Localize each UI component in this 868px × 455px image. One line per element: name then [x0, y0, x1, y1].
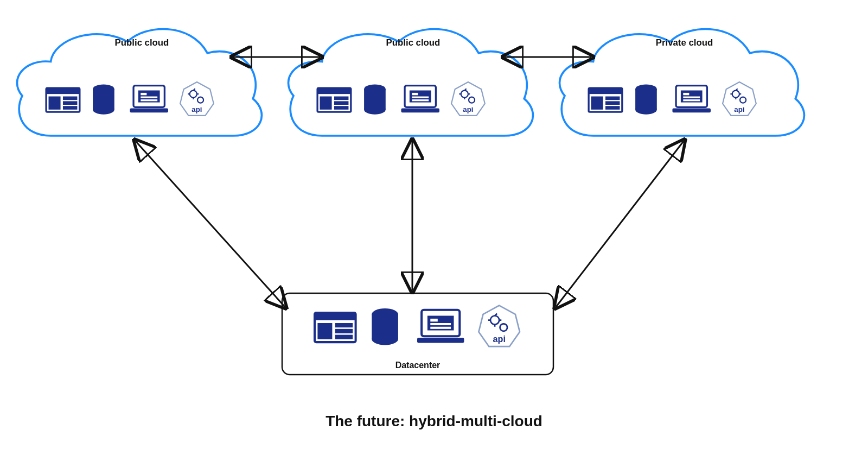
cloud-private: Private cloud — [559, 29, 804, 136]
cloud-public-2: Public cloud — [288, 29, 533, 136]
diagram-caption: The future: hybrid-multi-cloud — [0, 413, 868, 430]
cloud-label: Private cloud — [656, 37, 713, 48]
cloud-public-1: Public cloud — [17, 29, 261, 136]
cloud-label: Public cloud — [115, 37, 169, 48]
datacenter: Datacenter — [282, 293, 553, 375]
arrow-cloud1-dc — [136, 141, 285, 307]
arrow-cloud3-dc — [556, 141, 684, 307]
diagram-stage: api Public cloud Public cloud Private cl… — [0, 0, 868, 455]
cloud-label: Public cloud — [386, 37, 441, 48]
datacenter-label: Datacenter — [395, 361, 441, 370]
diagram-svg: api Public cloud Public cloud Private cl… — [0, 0, 868, 455]
